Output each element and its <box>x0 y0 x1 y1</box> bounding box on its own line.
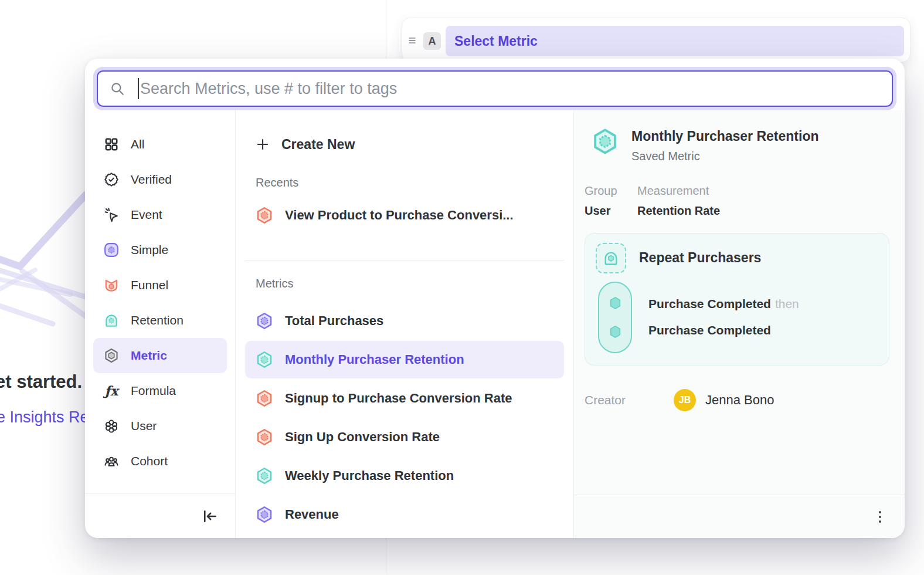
metric-item-label: Signup to Purchase Conversion Rate <box>285 391 512 406</box>
detail-meta: Group User Measurement Retention Rate <box>585 184 889 218</box>
sidebar-item-label: Cohort <box>131 454 168 468</box>
search-icon <box>110 81 125 96</box>
create-new-button[interactable]: Create New <box>245 129 564 160</box>
sidebar-item-label: All <box>131 137 144 151</box>
query-builder-card: A Select Metric <box>402 18 911 62</box>
search-focus-ring <box>93 67 896 110</box>
metric-item-monthly-purchaser-retention[interactable]: Monthly Purchaser Retention <box>245 341 564 378</box>
get-started-heading: et started. <box>0 371 82 393</box>
metric-hexagon-icon <box>104 348 119 363</box>
funnel-metric-hexagon-icon <box>256 390 273 407</box>
sidebar-item-label: Simple <box>131 243 168 257</box>
avatar: JB <box>674 389 696 411</box>
collapse-left-icon <box>202 508 218 525</box>
measurement-label: Measurement <box>637 184 720 198</box>
metric-item-sign-up-conversion-rate[interactable]: Sign Up Conversion Rate <box>245 418 564 456</box>
metric-item-total-purchases[interactable]: Total Purchases <box>245 302 564 340</box>
metric-item-label: Revenue <box>285 507 339 522</box>
more-options-button[interactable] <box>875 508 885 526</box>
sidebar-item-metric[interactable]: Metric <box>93 338 227 373</box>
event-hexagon-icon <box>607 324 623 340</box>
detail-footer <box>574 495 905 538</box>
detail-subtitle: Saved Metric <box>631 150 818 163</box>
sidebar-item-user[interactable]: User <box>93 408 227 444</box>
creator-name: Jenna Bono <box>705 393 774 408</box>
metric-item-label: Sign Up Conversion Rate <box>285 429 440 445</box>
metric-item-label: Weekly Purchase Retention <box>285 468 454 483</box>
sidebar-item-funnel[interactable]: Funnel <box>93 268 227 303</box>
simple-metric-hexagon-icon <box>256 506 273 523</box>
sidebar-item-label: Metric <box>131 349 167 363</box>
funnel-metric-hexagon-icon <box>256 207 273 224</box>
sidebar-item-label: Event <box>131 208 162 222</box>
sidebar-item-retention[interactable]: Retention <box>93 303 227 338</box>
event-cursor-icon <box>104 207 119 222</box>
group-label: Group <box>585 184 637 198</box>
definition-step2: Purchase Completed <box>648 323 799 337</box>
sidebar-item-label: Retention <box>131 313 184 327</box>
cohort-people-icon <box>104 454 119 469</box>
user-cluster-icon <box>104 418 119 434</box>
retention-metric-hexagon-icon <box>592 128 619 155</box>
definition-card: Repeat Purchasers <box>585 233 889 366</box>
bookmarked-retention-icon <box>596 243 626 273</box>
metric-item-label: Total Purchases <box>285 313 383 329</box>
sidebar-item-event[interactable]: Event <box>93 197 227 232</box>
metric-picker-modal: All Verified <box>85 59 905 538</box>
event-hexagon-icon <box>607 295 623 311</box>
insights-report-link[interactable]: e Insights Re <box>0 408 89 427</box>
recents-heading: Recents <box>256 176 564 190</box>
detail-title: Monthly Purchaser Retention <box>631 128 818 146</box>
metric-item-signup-to-purchase-conversion-rate[interactable]: Signup to Purchase Conversion Rate <box>245 380 564 417</box>
measurement-value: Retention Rate <box>637 204 720 218</box>
sidebar-item-label: User <box>131 419 157 433</box>
create-new-label: Create New <box>281 137 355 153</box>
plus-icon <box>256 137 270 151</box>
text-caret <box>138 78 139 99</box>
definition-step1: Purchase Completed <box>648 297 771 310</box>
sidebar-item-cohort[interactable]: Cohort <box>93 444 227 479</box>
category-sidebar: All Verified <box>85 110 236 538</box>
definition-name: Repeat Purchasers <box>639 250 761 266</box>
recent-item-label: View Product to Purchase Conversi... <box>285 208 514 223</box>
sidebar-item-all[interactable]: All <box>93 127 227 162</box>
metric-item-label: Monthly Purchaser Retention <box>285 352 464 367</box>
list-divider <box>245 260 564 261</box>
retention-metric-hexagon-icon <box>256 351 273 368</box>
sidebar-item-label: Formula <box>131 384 176 398</box>
simple-hexagon-icon <box>104 242 119 258</box>
collapse-sidebar-button[interactable] <box>201 508 219 525</box>
event-sequence-capsule <box>598 282 632 353</box>
metrics-heading: Metrics <box>256 277 564 290</box>
sidebar-item-label: Verified <box>131 172 172 187</box>
search-box[interactable] <box>97 70 893 107</box>
drag-handle-icon[interactable] <box>406 34 419 47</box>
metric-list-panel: Create New Recents View Product to Purch… <box>236 110 573 538</box>
search-input[interactable] <box>140 80 880 98</box>
creator-row: Creator JB Jenna Bono <box>585 389 889 411</box>
retention-arch-icon <box>104 313 119 328</box>
funnel-metric-hexagon-icon <box>256 428 273 446</box>
sidebar-item-label: Funnel <box>131 278 168 292</box>
group-value: User <box>585 204 637 218</box>
sidebar-item-verified[interactable]: Verified <box>93 162 227 197</box>
simple-metric-hexagon-icon <box>256 312 273 330</box>
sidebar-item-simple[interactable]: Simple <box>93 232 227 268</box>
sidebar-item-formula[interactable]: ƒx Formula <box>93 373 227 408</box>
recent-item-view-product-to-purchase-conversion[interactable]: View Product to Purchase Conversi... <box>245 197 564 234</box>
step-badge: A <box>423 32 441 50</box>
retention-metric-hexagon-icon <box>256 467 273 485</box>
metric-detail-panel: Monthly Purchaser Retention Saved Metric… <box>573 110 905 538</box>
funnel-shield-icon <box>104 278 119 293</box>
creator-label: Creator <box>585 393 674 407</box>
metric-item-revenue[interactable]: Revenue <box>245 496 564 533</box>
select-metric-dropdown[interactable]: Select Metric <box>446 26 904 56</box>
metric-item-weekly-purchase-retention[interactable]: Weekly Purchase Retention <box>245 457 564 495</box>
definition-step-connector: then <box>775 297 799 310</box>
verified-seal-icon <box>104 172 119 187</box>
grid-icon <box>104 137 119 152</box>
formula-fx-icon: ƒx <box>104 383 119 398</box>
sidebar-footer <box>85 493 235 538</box>
